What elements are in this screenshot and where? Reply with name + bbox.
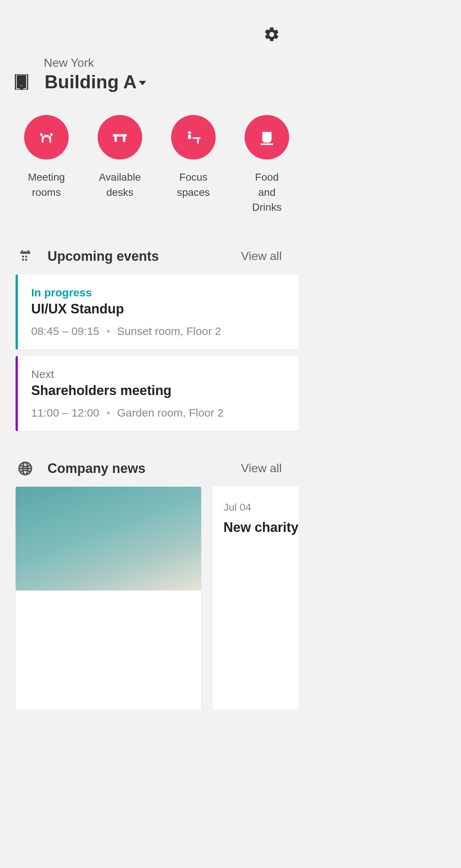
quick-actions-row: Meeting rooms Available desks Focus spac… [0,115,299,215]
event-time: 11:00 – 12:00 [31,407,99,419]
event-card[interactable]: Next Shareholders meeting 11:00 – 12:00 … [16,356,299,431]
quick-action-label: Food and Drinks [243,170,291,215]
event-status: Next [31,368,285,381]
gear-icon[interactable] [263,26,280,43]
event-title: UI/UX Standup [31,301,285,317]
svg-rect-5 [20,79,23,82]
quick-action-label: Focus spaces [177,170,210,200]
events-section-title: Upcoming events [48,249,159,264]
building-name: Building A [45,71,137,93]
building-selector[interactable]: Building A [15,71,299,93]
quick-action-available-desks[interactable]: Available desks [96,115,144,215]
chevron-down-icon [139,81,146,85]
desk-icon [111,128,129,147]
event-meta: 11:00 – 12:00 Garden room, Floor 2 [31,407,285,419]
event-location: Garden room, Floor 2 [117,407,224,419]
chair-table-icon [37,128,56,147]
news-view-all[interactable]: View all [241,461,282,475]
building-icon [15,74,28,90]
quick-action-food-drinks[interactable]: Food and Drinks [243,115,291,215]
event-location: Sunset room, Floor 2 [117,325,221,338]
focus-desk-icon [184,128,203,147]
event-title: Shareholders meeting [31,383,285,398]
separator-dot [107,330,110,333]
news-image [16,487,201,591]
event-time: 08:45 – 09:15 [31,325,99,338]
calendar-icon [18,249,33,264]
svg-rect-2 [20,76,23,78]
news-title: New charity c [223,519,299,535]
event-card[interactable]: In progress UI/UX Standup 08:45 – 09:15 … [16,274,299,349]
svg-rect-7 [17,83,19,85]
svg-rect-9 [24,83,26,85]
svg-rect-10 [20,86,23,90]
news-section-title: Company news [48,461,146,476]
events-view-all[interactable]: View all [241,249,282,263]
quick-action-focus-spaces[interactable]: Focus spaces [169,115,218,215]
svg-point-11 [188,131,191,134]
cup-icon [258,128,276,147]
svg-rect-8 [20,83,23,85]
globe-icon [18,461,33,476]
quick-action-label: Available desks [99,170,141,200]
quick-action-meeting-rooms[interactable]: Meeting rooms [22,115,71,215]
news-date: Jul 04 [223,502,299,513]
svg-rect-3 [24,76,26,78]
svg-rect-4 [17,79,19,82]
svg-rect-1 [17,76,19,78]
news-row: Jul 04 New charity c [0,487,299,709]
event-meta: 08:45 – 09:15 Sunset room, Floor 2 [31,325,285,338]
news-card[interactable] [16,487,201,709]
event-status: In progress [31,286,285,299]
news-card[interactable]: Jul 04 New charity c [212,487,299,709]
location-city: New York [15,56,299,70]
quick-action-label: Meeting rooms [28,170,65,200]
svg-rect-6 [24,79,26,82]
separator-dot [107,411,110,414]
